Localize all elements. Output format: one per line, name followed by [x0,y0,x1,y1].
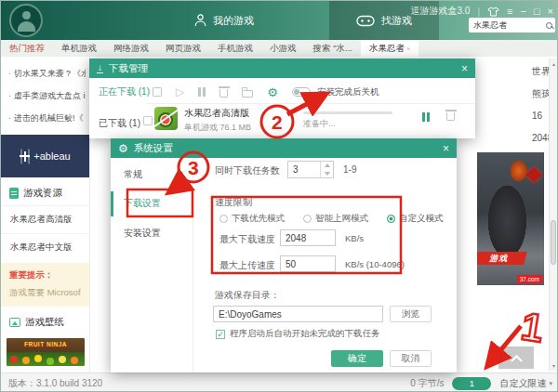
avatar[interactable] [9,4,43,37]
speed-limit-label: 自定义限速 [499,377,546,390]
download-dialog-titlebar: ↓ 下载管理 × [89,59,475,78]
download-dialog-close-icon[interactable]: × [461,62,468,75]
nav-search-tab[interactable]: 搜索 "水... [305,40,361,57]
save-dir-input[interactable] [213,306,383,322]
info-fragment: 2048 [471,127,558,150]
max-upload-input[interactable] [280,255,336,272]
app-window: 我的游戏 找游戏 逗游游戏盒3.0 | ≡ − □ × 热门推荐 单机游 [0,0,558,392]
cancel-button[interactable]: 取消 [390,350,432,367]
pause-icon[interactable] [198,87,201,97]
autostart-label: 程序启动后自动开始未完成的下载任务 [230,328,380,340]
news-list: 切水果又来袭？《水 虐手类游戏大盘点 i 进击的机械巨鲛!《 [1,57,89,131]
autostart-checkbox[interactable]: ✓ [216,330,225,339]
fruit-ninja-game-icon [154,107,178,130]
wallpaper-thumbnail[interactable]: FRUIT NINJA [7,338,85,366]
download-item-meta: 单机游戏 76.1 MB [184,122,251,134]
nav-mini-games[interactable]: 小游戏 [261,40,305,57]
game-wallpaper-title: 游戏壁纸 [25,316,64,329]
skin-shirt-icon[interactable] [487,7,499,17]
scroll-down-icon[interactable]: ▾ [550,362,558,369]
important-notice: 重要提示： 游戏需要 Microsof [1,263,89,307]
speed-limit-dropdown[interactable]: 自定义限速 ▾ [499,377,552,390]
search-input[interactable] [473,20,546,30]
titlebar-divider: | [477,7,480,17]
news-item[interactable]: 切水果又来袭？《水 [8,62,86,85]
select-all-checkbox[interactable] [153,87,162,97]
settings-dialog-close-icon[interactable]: × [443,142,449,155]
info-fragment: 16 [471,105,558,127]
tab-my-games[interactable]: 我的游戏 [150,1,299,40]
browse-button[interactable]: 浏览 [390,306,432,322]
poster-rune-decoration [526,167,542,183]
wallpaper-thumb-label: FRUIT NINJA [7,341,85,347]
stepper-down-icon[interactable] [321,170,333,178]
delete-icon[interactable] [219,89,228,98]
window-close-icon[interactable]: × [548,7,553,17]
concurrent-tasks-input[interactable] [288,162,320,177]
scroll-up-icon[interactable]: ▴ [550,60,558,67]
search-icon[interactable] [546,22,552,29]
tab-downloading[interactable]: 正在下载 (1) [99,85,150,98]
max-upload-unit: KB/s (10-4096) [345,259,405,269]
download-item-name: 水果忍者高清版 [184,107,249,120]
tableau-logo-icon [20,151,30,162]
autostart-row: ✓ 程序启动后自动开始未完成的下载任务 [216,328,380,340]
item-checkbox[interactable] [143,116,153,125]
ok-button[interactable]: 确定 [331,350,383,367]
settings-tab-download[interactable]: 下载设置 [124,197,161,210]
tab-find-games-label: 找游戏 [381,14,412,28]
item-pause-icon[interactable] [422,112,425,122]
menu-icon[interactable]: ≡ [507,7,512,17]
tableau-banner-text: +ableau [33,150,70,162]
resource-link-cn[interactable]: 水果忍者中文版 [1,233,89,261]
news-item[interactable]: 进击的机械巨鲛!《 [8,107,86,129]
tab-close-icon[interactable]: × [406,46,410,52]
max-download-input[interactable] [280,229,336,246]
maximize-icon[interactable]: □ [534,7,540,17]
nav-pc-games[interactable]: 单机游戏 [53,40,105,57]
settings-dialog-titlebar: ⚙ 系统设置 × [111,138,457,158]
tab-downloaded[interactable]: 已下载 (1) [99,117,140,130]
settings-tab-general[interactable]: 常规 [124,168,142,181]
nav-online-games[interactable]: 网络游戏 [105,40,157,57]
concurrent-range-hint: 1-9 [343,164,356,175]
tableau-ad-banner[interactable]: +ableau [1,135,89,177]
category-navbar: 热门推荐 单机游戏 网络游戏 网页游戏 手机游戏 小游戏 搜索 "水... 水果… [1,40,558,57]
radio-smart-mode[interactable]: 智能上网模式 [303,213,368,225]
settings-gear-icon[interactable]: ⚙ [267,86,278,98]
open-folder-icon[interactable] [242,90,253,98]
radio-custom-mode[interactable]: 自定义模式 [387,213,444,225]
radio-icon [303,215,312,223]
settings-tab-install[interactable]: 安装设置 [124,227,161,240]
save-dir-label: 游戏保存目录： [215,289,280,302]
nav-fruit-ninja-tab[interactable]: 水果忍者 × [361,40,418,57]
download-manager-dialog: ↓ 下载管理 × 正在下载 (1) 已下载 (1) ▷ ⚙ 安装完成后关机 水果… [89,59,475,138]
back-to-top-button[interactable] [498,346,534,369]
notice-title: 重要提示： [9,269,84,281]
news-item[interactable]: 虐手类游戏大盘点 i [8,85,86,107]
info-fragment: 熊孩子 [471,83,558,105]
nav-fruit-ninja-label: 水果忍者 [369,43,405,55]
radio-icon-selected [387,215,395,223]
nav-mobile-games[interactable]: 手机游戏 [209,40,261,57]
scrollbar[interactable]: ▴ ▾ [549,59,557,371]
avatar-person-icon [22,11,31,20]
resource-link-hd[interactable]: 水果忍者高清版 [1,205,89,233]
scrollbar-thumb[interactable] [551,220,556,265]
app-header: 我的游戏 找游戏 逗游游戏盒3.0 | ≡ − □ × [1,1,558,40]
avatar-person-icon-body [18,21,35,32]
notice-body: 游戏需要 Microsof [9,287,84,299]
wallpaper-icon [9,318,20,327]
radio-download-priority[interactable]: 下载优先模式 [219,213,285,225]
caret-down-icon: ▾ [549,380,552,387]
resume-icon[interactable]: ▷ [176,86,184,98]
nav-web-games[interactable]: 网页游戏 [157,40,209,57]
nav-hot[interactable]: 热门推荐 [1,40,53,57]
stepper-up-icon[interactable] [321,162,333,170]
person-icon [194,14,206,27]
download-queue-pill[interactable]: 1 [452,377,491,390]
item-delete-icon[interactable] [446,112,455,121]
shutdown-toggle[interactable] [292,87,311,97]
minimize-icon[interactable]: − [520,7,525,17]
game-ad-poster[interactable]: 游戏 37.com [477,152,544,285]
